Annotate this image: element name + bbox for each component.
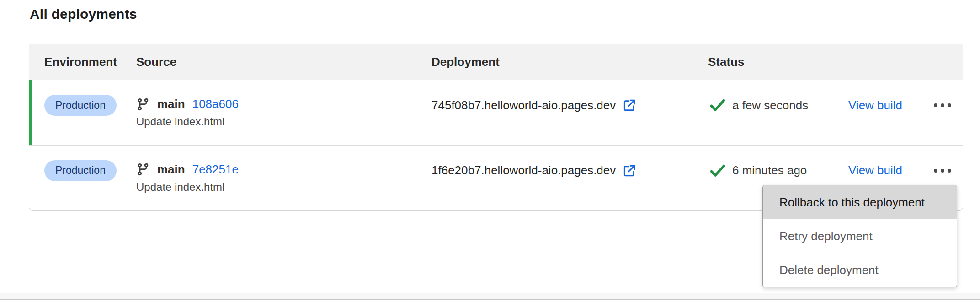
header-deployment: Deployment	[431, 55, 708, 69]
external-link-icon[interactable]	[622, 98, 637, 113]
view-build-cell: View build	[848, 98, 933, 113]
commit-link[interactable]: 7e8251e	[192, 162, 239, 177]
environment-badge: Production	[44, 95, 117, 116]
status-time: 6 minutes ago	[732, 163, 807, 178]
view-build-link[interactable]: View build	[848, 98, 902, 113]
header-status: Status	[708, 55, 963, 69]
environment-badge: Production	[44, 160, 117, 181]
branch-name: main	[157, 162, 185, 177]
header-source: Source	[136, 55, 431, 69]
source-cell: main 7e8251e Update index.html	[136, 162, 431, 194]
table-row-deployment-1: Production main 108a606 Update index.htm…	[29, 80, 963, 145]
source-cell: main 108a606 Update index.html	[136, 97, 431, 128]
branch-name: main	[157, 97, 185, 111]
more-actions-cell	[933, 100, 963, 111]
more-actions-cell	[933, 165, 963, 176]
status-cell: 6 minutes ago	[708, 163, 848, 178]
environment-cell: Production	[29, 160, 136, 181]
environment-cell: Production	[29, 95, 136, 116]
success-check-icon	[710, 99, 725, 112]
deployment-cell: 1f6e20b7.helloworld-aio.pages.dev	[431, 163, 708, 178]
view-build-link[interactable]: View build	[848, 163, 902, 178]
section-background-band	[0, 293, 980, 299]
deployment-cell: 745f08b7.helloworld-aio.pages.dev	[431, 98, 708, 113]
header-environment: Environment	[29, 55, 136, 69]
git-branch-icon	[136, 97, 150, 111]
more-actions-button[interactable]	[933, 165, 952, 176]
commit-message: Update index.html	[136, 115, 224, 128]
menu-item-delete[interactable]: Delete deployment	[763, 253, 957, 287]
menu-item-rollback[interactable]: Rollback to this deployment	[763, 185, 957, 219]
section-divider	[0, 299, 980, 300]
external-link-icon[interactable]	[622, 163, 637, 178]
view-build-cell: View build	[848, 163, 933, 178]
table-header-row: Environment Source Deployment Status	[29, 44, 963, 80]
commit-link[interactable]: 108a606	[192, 97, 239, 111]
menu-item-retry[interactable]: Retry deployment	[763, 219, 957, 253]
deployment-actions-menu: Rollback to this deployment Retry deploy…	[762, 185, 957, 287]
status-time: a few seconds	[732, 98, 808, 113]
deployment-url: 1f6e20b7.helloworld-aio.pages.dev	[431, 163, 616, 178]
deployments-page: All deployments Environment Source Deplo…	[0, 0, 980, 303]
more-actions-button[interactable]	[933, 100, 952, 111]
git-branch-icon	[136, 162, 150, 176]
deployment-url: 745f08b7.helloworld-aio.pages.dev	[431, 98, 616, 113]
commit-message: Update index.html	[136, 181, 224, 194]
page-title: All deployments	[30, 6, 137, 22]
status-cell: a few seconds	[708, 98, 848, 113]
success-check-icon	[710, 164, 725, 177]
